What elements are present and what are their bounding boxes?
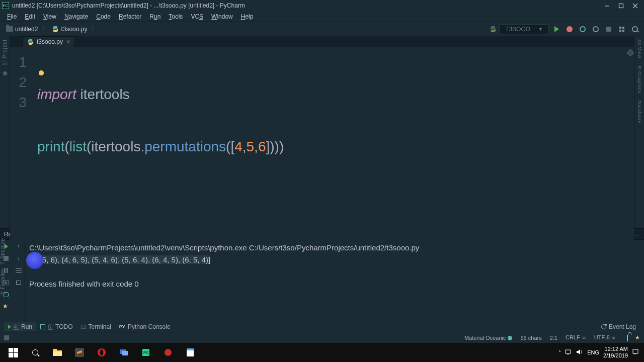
maximize-button[interactable] <box>614 0 628 11</box>
run-console[interactable]: C:\Users\t3so\PycharmProjects\untitled2\… <box>25 240 644 321</box>
bottom-tab-todo[interactable]: 6: TODO <box>36 322 76 331</box>
app-icon: PC <box>2 2 9 9</box>
run-button[interactable] <box>551 24 561 34</box>
tool-structure-tab[interactable]: 7: Structure <box>0 236 6 266</box>
taskbar-app-opera[interactable] <box>91 343 113 362</box>
menu-file[interactable]: File <box>3 12 21 21</box>
status-caret-pos[interactable]: 2:1 <box>546 335 561 341</box>
svg-rect-1 <box>619 4 623 8</box>
run-config-selector[interactable]: T3SOOO ▼ <box>500 24 548 34</box>
status-lock-icon[interactable] <box>620 335 635 341</box>
minimize-button[interactable] <box>600 0 614 11</box>
menu-code[interactable]: Code <box>92 12 115 21</box>
tool-sciview-tab[interactable]: SciView <box>637 37 642 61</box>
terminal-icon <box>81 325 86 329</box>
breadcrumb-project-label: untitled2 <box>15 26 38 33</box>
console-output-line: [(4, 5, 6), (4, 6, 5), (5, 4, 6), (5, 6,… <box>29 254 640 266</box>
profile-button[interactable] <box>591 24 601 34</box>
menu-help[interactable]: Help <box>237 12 258 21</box>
editor-pane: t3sooo.py ✕ 1 2 3 import itertools print… <box>10 36 634 228</box>
breadcrumb-project[interactable]: untitled2 <box>4 26 40 33</box>
tray-clock[interactable]: 12:12 AM 2/19/2019 <box>603 346 628 358</box>
svg-rect-11 <box>122 351 128 355</box>
menu-vcs[interactable]: VCS <box>187 12 207 21</box>
bottom-tab-terminal[interactable]: Terminal <box>77 322 115 331</box>
tool-dot-icon <box>3 71 7 75</box>
menu-edit[interactable]: Edit <box>21 12 39 21</box>
taskbar-search[interactable] <box>24 343 46 362</box>
taskbar-app-notes[interactable] <box>179 343 201 362</box>
vm-icon <box>119 348 129 356</box>
status-tool-icon[interactable] <box>4 335 9 340</box>
status-theme[interactable]: Material Oceanic <box>460 335 517 341</box>
console-exit-line: Process finished with exit code 0 <box>29 278 640 290</box>
svg-rect-6 <box>53 351 62 356</box>
menu-bar: File Edit View Navigate Code Refactor Ru… <box>0 11 644 22</box>
print-icon <box>16 281 21 285</box>
bottom-tab-event-log[interactable]: Event Log <box>597 322 640 331</box>
tray-overflow-icon[interactable]: ˄ <box>558 350 561 355</box>
down-button[interactable]: ↓ <box>15 255 22 262</box>
menu-window[interactable]: Window <box>207 12 237 21</box>
taskbar-app-record[interactable] <box>157 343 179 362</box>
file-explorer-icon <box>52 348 62 356</box>
status-line-sep[interactable]: CRLF ≑ <box>561 334 590 341</box>
svg-marker-20 <box>577 349 580 354</box>
status-chars: 66 chars <box>516 335 545 341</box>
editor-tabbar: t3sooo.py ✕ <box>10 36 634 47</box>
tool-rgraphics-tab[interactable]: R Graphics <box>637 64 642 96</box>
bottom-tab-prefix: 6: <box>48 323 53 330</box>
tray-volume-icon[interactable] <box>576 349 583 356</box>
coverage-button[interactable] <box>578 24 588 34</box>
window-titlebar: PC untitled2 [C:\Users\t3so\PycharmProje… <box>0 0 644 11</box>
notes-icon <box>186 348 194 357</box>
menu-navigate[interactable]: Navigate <box>60 12 92 21</box>
tray-notifications-icon[interactable] <box>632 348 639 356</box>
bottom-tab-label: Python Console <box>128 323 171 330</box>
editor-tab[interactable]: t3sooo.py ✕ <box>22 36 75 47</box>
code-content[interactable]: import itertools print(list(itertools.pe… <box>31 47 634 241</box>
tray-ime[interactable]: ENG <box>587 349 599 355</box>
left-tool-gutter: 1: Project <box>0 36 10 228</box>
grid-icon <box>619 27 624 32</box>
taskbar-app-sublime[interactable] <box>68 343 91 362</box>
folder-icon <box>6 26 13 32</box>
menu-view[interactable]: View <box>39 12 60 21</box>
tray-network-icon[interactable] <box>565 349 572 356</box>
up-button[interactable]: ↑ <box>15 243 22 250</box>
run-body: ↑ ↓ C:\Users\t3so\PycharmProjects\untitl… <box>0 240 644 321</box>
search-everywhere-button[interactable] <box>630 24 640 34</box>
layout-button[interactable] <box>617 24 627 34</box>
system-tray: ˄ ENG 12:12 AM 2/19/2019 <box>558 346 642 358</box>
menu-refactor[interactable]: Refactor <box>115 12 145 21</box>
tool-database-tab[interactable]: Database <box>637 99 642 126</box>
stop-button[interactable] <box>604 24 614 34</box>
bottom-tool-tabs: 4: Run 6: TODO Terminal PY Python Consol… <box>0 321 644 332</box>
svg-point-9 <box>100 349 104 355</box>
bottom-tab-python-console[interactable]: PY Python Console <box>115 322 175 331</box>
breadcrumb-file[interactable]: t3sooo.py <box>50 26 89 33</box>
stop-icon <box>606 27 611 32</box>
debug-button[interactable] <box>565 24 575 34</box>
taskbar-explorer[interactable] <box>46 343 68 362</box>
taskbar-app-pycharm[interactable]: PC <box>135 343 157 362</box>
code-editor[interactable]: 1 2 3 import itertools print(list(iterto… <box>10 47 634 241</box>
line-number: 2 <box>10 72 27 93</box>
menu-run[interactable]: Run <box>145 12 165 21</box>
status-star-icon[interactable]: ★ <box>635 334 640 341</box>
print-button[interactable] <box>15 279 22 286</box>
soft-wrap-button[interactable] <box>15 267 22 274</box>
main-area: 1: Project t3sooo.py ✕ 1 2 3 import iter… <box>0 36 644 228</box>
bottom-tab-run[interactable]: 4: Run <box>4 322 36 331</box>
menu-tools[interactable]: Tools <box>165 12 187 21</box>
status-encoding[interactable]: UTF-8 ≑ <box>590 334 620 341</box>
python-console-icon: PY <box>119 324 125 329</box>
close-tab-icon[interactable]: ✕ <box>66 39 70 45</box>
close-button[interactable] <box>628 0 642 11</box>
exit-button[interactable] <box>3 279 10 286</box>
taskbar-app-vm[interactable] <box>113 343 135 362</box>
start-button[interactable] <box>2 343 24 362</box>
line-number: 1 <box>10 52 27 72</box>
intention-bulb-icon[interactable] <box>39 70 44 75</box>
tool-project-tab[interactable]: 1: Project <box>2 37 8 67</box>
